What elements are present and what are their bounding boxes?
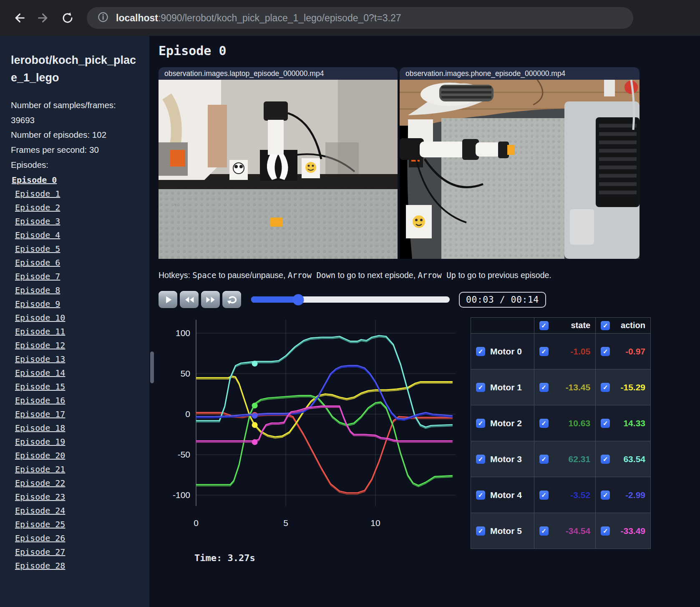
motor-state-checkbox[interactable]: ✓ bbox=[539, 419, 549, 428]
episodes-label: Episodes: bbox=[11, 157, 141, 172]
svg-text:10: 10 bbox=[370, 518, 380, 528]
episode-link[interactable]: Episode 19 bbox=[11, 435, 141, 449]
episode-link[interactable]: Episode 7 bbox=[11, 270, 141, 283]
chart-time-label: Time: 3.27s bbox=[194, 553, 463, 563]
stat-samples: Number of samples/frames: 39693 bbox=[11, 98, 141, 128]
seek-slider-thumb[interactable] bbox=[292, 294, 304, 305]
motor-checkbox[interactable]: ✓ bbox=[476, 383, 485, 392]
forward-icon[interactable] bbox=[33, 8, 53, 28]
main-content: Episode 0 observation.images.laptop_epis… bbox=[155, 36, 700, 607]
loop-button[interactable] bbox=[222, 291, 241, 308]
fast-forward-button[interactable] bbox=[201, 291, 220, 308]
url-text: localhost:9090/lerobot/koch_pick_place_1… bbox=[116, 13, 401, 24]
episode-link[interactable]: Episode 28 bbox=[11, 559, 141, 573]
motor-checkbox[interactable]: ✓ bbox=[476, 347, 485, 356]
stat-episodes: Number of episodes: 102 bbox=[11, 127, 141, 142]
episode-link[interactable]: Episode 18 bbox=[11, 421, 141, 435]
action-column-checkbox[interactable]: ✓ bbox=[601, 321, 610, 330]
episode-link[interactable]: Episode 11 bbox=[11, 325, 141, 339]
episode-link[interactable]: Episode 3 bbox=[11, 215, 141, 228]
video-panel-laptop[interactable]: observation.images.laptop_episode_000000… bbox=[159, 67, 398, 259]
seek-slider[interactable] bbox=[251, 296, 450, 303]
episode-link[interactable]: Episode 1 bbox=[11, 187, 141, 201]
episode-link[interactable]: Episode 25 bbox=[11, 518, 141, 531]
state-column-checkbox[interactable]: ✓ bbox=[539, 321, 549, 330]
sidebar: lerobot/koch_pick_place_1_lego Number of… bbox=[0, 36, 149, 607]
motor-state-checkbox[interactable]: ✓ bbox=[539, 491, 549, 500]
motor-action-checkbox[interactable]: ✓ bbox=[601, 419, 610, 428]
episode-link[interactable]: Episode 15 bbox=[11, 380, 141, 394]
motor-action-cell: ✓-0.97 bbox=[596, 334, 651, 369]
episode-link[interactable]: Episode 10 bbox=[11, 311, 141, 325]
episode-link[interactable]: Episode 27 bbox=[11, 545, 141, 559]
motor-state-cell: ✓-34.54 bbox=[534, 513, 596, 549]
motor-checkbox[interactable]: ✓ bbox=[476, 491, 485, 500]
svg-text:100: 100 bbox=[176, 328, 190, 338]
episode-link[interactable]: Episode 21 bbox=[11, 463, 141, 476]
motor-checkbox[interactable]: ✓ bbox=[476, 455, 485, 464]
motor-action-checkbox[interactable]: ✓ bbox=[601, 347, 610, 356]
action-header: action bbox=[621, 321, 645, 330]
episode-link[interactable]: Episode 24 bbox=[11, 504, 141, 518]
episode-link[interactable]: Episode 2 bbox=[11, 201, 141, 215]
video-laptop[interactable] bbox=[159, 80, 398, 259]
motor-chart[interactable]: 100500-50-1000510 Time: 3.27s bbox=[159, 317, 463, 563]
episode-link[interactable]: Episode 14 bbox=[11, 366, 141, 380]
motor-action-checkbox[interactable]: ✓ bbox=[601, 491, 610, 500]
episode-link[interactable]: Episode 16 bbox=[11, 394, 141, 407]
motor-state-checkbox[interactable]: ✓ bbox=[539, 383, 549, 392]
motor-action-cell: ✓63.54 bbox=[596, 441, 651, 477]
hotkey-arrow-up: Arrow Up bbox=[418, 271, 456, 280]
rewind-button[interactable] bbox=[180, 291, 199, 308]
motor-name-cell: ✓Motor 4 bbox=[471, 477, 534, 513]
episode-link[interactable]: Episode 4 bbox=[11, 228, 141, 242]
address-bar[interactable]: localhost:9090/lerobot/koch_pick_place_1… bbox=[87, 7, 633, 29]
episode-link[interactable]: Episode 6 bbox=[11, 256, 141, 270]
site-info-icon[interactable] bbox=[97, 11, 109, 25]
episode-link[interactable]: Episode 13 bbox=[11, 352, 141, 366]
motor-action-checkbox[interactable]: ✓ bbox=[601, 455, 610, 464]
episode-link[interactable]: Episode 5 bbox=[11, 242, 141, 256]
episode-link[interactable]: Episode 22 bbox=[11, 476, 141, 490]
video-panel-phone[interactable]: observation.images.phone_episode_000000.… bbox=[400, 67, 640, 259]
motor-row: ✓Motor 3✓62.31✓63.54 bbox=[471, 441, 651, 477]
episode-link[interactable]: Episode 9 bbox=[11, 297, 141, 311]
motor-checkbox[interactable]: ✓ bbox=[476, 419, 485, 428]
dataset-title: lerobot/koch_pick_place_1_lego bbox=[11, 52, 141, 87]
episode-link[interactable]: Episode 23 bbox=[11, 490, 141, 504]
time-display: 00:03 / 00:14 bbox=[459, 292, 546, 308]
motor-checkbox[interactable]: ✓ bbox=[476, 526, 485, 536]
episode-link[interactable]: Episode 0 bbox=[11, 173, 141, 187]
stat-fps: Frames per second: 30 bbox=[11, 142, 141, 157]
motor-row: ✓Motor 0✓-1.05✓-0.97 bbox=[471, 334, 651, 369]
motor-state-cell: ✓-3.52 bbox=[534, 477, 596, 513]
motor-state-checkbox[interactable]: ✓ bbox=[539, 455, 549, 464]
motor-action-checkbox[interactable]: ✓ bbox=[601, 383, 610, 392]
back-icon[interactable] bbox=[9, 8, 29, 28]
motor-state-cell: ✓10.63 bbox=[534, 405, 596, 441]
svg-text:5: 5 bbox=[283, 518, 288, 528]
scrollbar-thumb[interactable] bbox=[150, 352, 154, 383]
motor-action-cell: ✓14.33 bbox=[596, 405, 651, 441]
svg-text:0: 0 bbox=[194, 518, 199, 528]
svg-text:50: 50 bbox=[181, 369, 190, 378]
reload-icon[interactable] bbox=[58, 8, 78, 28]
motor-row: ✓Motor 2✓10.63✓14.33 bbox=[471, 405, 651, 441]
episode-link[interactable]: Episode 8 bbox=[11, 283, 141, 297]
motor-chart-canvas[interactable]: 100500-50-1000510 bbox=[159, 317, 463, 546]
dataset-stats: Number of samples/frames: 39693 Number o… bbox=[11, 98, 141, 172]
motor-action-cell: ✓-2.99 bbox=[596, 477, 651, 513]
episode-link[interactable]: Episode 17 bbox=[11, 407, 141, 421]
motor-name-cell: ✓Motor 5 bbox=[471, 513, 534, 549]
motor-state-cell: ✓62.31 bbox=[534, 441, 596, 477]
motor-state-checkbox[interactable]: ✓ bbox=[539, 526, 549, 536]
video-phone[interactable] bbox=[400, 80, 640, 259]
episode-link[interactable]: Episode 26 bbox=[11, 531, 141, 545]
motor-row: ✓Motor 4✓-3.52✓-2.99 bbox=[471, 477, 651, 513]
video-title-phone: observation.images.phone_episode_000000.… bbox=[400, 67, 640, 80]
episode-link[interactable]: Episode 12 bbox=[11, 339, 141, 352]
motor-action-checkbox[interactable]: ✓ bbox=[601, 526, 610, 536]
play-button[interactable] bbox=[159, 291, 177, 308]
motor-state-checkbox[interactable]: ✓ bbox=[539, 347, 549, 356]
episode-link[interactable]: Episode 20 bbox=[11, 449, 141, 463]
